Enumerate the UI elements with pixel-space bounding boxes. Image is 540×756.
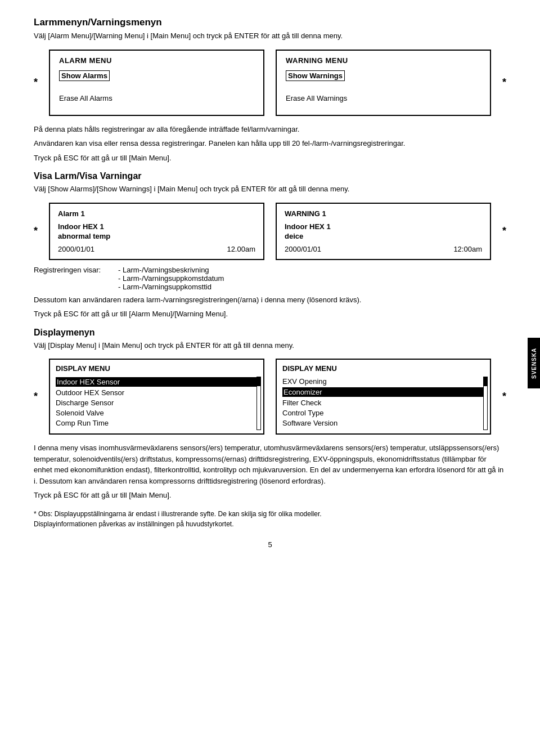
alarm-menu-box: ALARM MENU Show Alarms Erase All Alarms bbox=[49, 50, 264, 116]
warning1-date: 2000/01/01 bbox=[285, 245, 321, 253]
display-menu-row: * DISPLAY MENU Indoor HEX Sensor Outdoor… bbox=[34, 359, 506, 435]
para3: Tryck på ESC för att gå ur till [Main Me… bbox=[34, 153, 506, 164]
reg-item-3: - Larm-/Varningsuppkomsttid bbox=[118, 283, 224, 291]
section-para4-5: Dessutom kan användaren radera larm-/var… bbox=[34, 294, 506, 320]
warning1-detail: deice bbox=[285, 232, 482, 240]
para2: Användaren kan visa eller rensa dessa re… bbox=[34, 138, 506, 149]
asterisk-left-display: * bbox=[34, 391, 38, 402]
display-menu-right-box: DISPLAY MENU EXV Opening Economizer Filt… bbox=[276, 359, 491, 435]
display-menu-left-box: DISPLAY MENU Indoor HEX Sensor Outdoor H… bbox=[49, 359, 264, 435]
display-menu-right-title: DISPLAY MENU bbox=[282, 364, 484, 373]
warning-menu-erase: Erase All Warnings bbox=[286, 94, 481, 102]
registrering-row: Registreringen visar: - Larm-/Varningsbe… bbox=[34, 266, 506, 291]
alarm-menu-title: ALARM MENU bbox=[59, 56, 254, 65]
alarm1-device: Indoor HEX 1 bbox=[58, 222, 255, 231]
heading3-intro: Välj [Display Menu] i [Main Menu] och tr… bbox=[34, 340, 506, 351]
warning1-device: Indoor HEX 1 bbox=[285, 222, 482, 231]
alarm1-title: Alarm 1 bbox=[58, 209, 255, 218]
heading1-intro: Välj [Alarm Menu]/[Warning Menu] i [Main… bbox=[34, 30, 506, 42]
heading-larmmenyn: Larmmenyn/Varningsmenyn bbox=[34, 17, 506, 28]
heading2-intro: Välj [Show Alarms]/[Show Warnings] i [Ma… bbox=[34, 184, 506, 195]
warning-menu-title: WARNING MENU bbox=[286, 56, 481, 65]
display-menu-right-item2: Economizer bbox=[282, 387, 484, 397]
heading-visa-larm: Visa Larm/Visa Varningar bbox=[34, 171, 506, 181]
display-menu-right-item4: Control Type bbox=[282, 409, 484, 417]
para7: Tryck på ESC för att gå ur till [Main Me… bbox=[34, 490, 506, 501]
para5: Tryck på ESC för att gå ur till [Alarm M… bbox=[34, 308, 506, 320]
alarm-warning-display-row: * Alarm 1 Indoor HEX 1 abnormal temp 200… bbox=[34, 203, 506, 260]
asterisk-left-alarm: * bbox=[34, 77, 38, 88]
registrering-items: - Larm-/Varningsbeskrivning - Larm-/Varn… bbox=[118, 266, 224, 291]
display-menu-right-scrollbar bbox=[483, 377, 488, 430]
display-menu-right-scrollbar-thumb bbox=[484, 377, 487, 386]
alarm-warning-menu-row: * ALARM MENU Show Alarms Erase All Alarm… bbox=[34, 50, 506, 116]
display-menu-left-title: DISPLAY MENU bbox=[56, 364, 258, 373]
section-visa-larm: Visa Larm/Visa Varningar Välj [Show Alar… bbox=[34, 171, 506, 195]
alarm1-detail: abnormal temp bbox=[58, 232, 255, 240]
display-menu-right-item1: EXV Opening bbox=[282, 377, 484, 386]
alarm1-time: 12.00am bbox=[227, 245, 255, 253]
alarm-menu-show: Show Alarms bbox=[59, 70, 110, 81]
alarm1-box: Alarm 1 Indoor HEX 1 abnormal temp 2000/… bbox=[49, 203, 264, 260]
section-para1-3: På denna plats hålls registreringar av a… bbox=[34, 124, 506, 164]
obs-text: * Obs: Displayuppställningarna är endast… bbox=[34, 509, 506, 529]
section-displaymenyn: Displaymenyn Välj [Display Menu] i [Main… bbox=[34, 328, 506, 351]
warning1-box: WARNING 1 Indoor HEX 1 deice 2000/01/01 … bbox=[276, 203, 491, 260]
warning1-date-row: 2000/01/01 12:00am bbox=[285, 245, 482, 253]
page-number: 5 bbox=[34, 540, 506, 549]
asterisk-right-display: * bbox=[502, 391, 506, 402]
display-menu-left-item3: Discharge Sensor bbox=[56, 399, 258, 407]
reg-item-2: - Larm-/Varningsuppkomstdatum bbox=[118, 274, 224, 283]
display-menu-right-item3: Filter Check bbox=[282, 399, 484, 407]
alarm-menu-erase: Erase All Alarms bbox=[59, 94, 254, 102]
warning1-title: WARNING 1 bbox=[285, 209, 482, 218]
display-menu-left-scrollbar-thumb bbox=[257, 377, 260, 386]
para6: I denna meny visas inomhusvärmeväxlarens… bbox=[34, 442, 506, 486]
asterisk-right-alarmbox: * bbox=[502, 225, 506, 237]
warning-menu-box: WARNING MENU Show Warnings Erase All War… bbox=[276, 50, 491, 116]
heading-display: Displaymenyn bbox=[34, 328, 506, 338]
display-menu-left-item5: Comp Run Time bbox=[56, 419, 258, 427]
asterisk-right-alarm: * bbox=[502, 77, 506, 88]
para1: På denna plats hålls registreringar av a… bbox=[34, 124, 506, 135]
para4: Dessutom kan användaren radera larm-/var… bbox=[34, 294, 506, 306]
display-menu-left-item4: Solenoid Valve bbox=[56, 409, 258, 417]
asterisk-left-alarmbox: * bbox=[34, 225, 38, 237]
section-larmmenyn: Larmmenyn/Varningsmenyn Välj [Alarm Menu… bbox=[34, 17, 506, 42]
svenska-label: SVENSKA bbox=[528, 338, 540, 388]
display-menu-left-item2: Outdoor HEX Sensor bbox=[56, 388, 258, 397]
alarm1-date-row: 2000/01/01 12.00am bbox=[58, 245, 255, 253]
section-para6-7: I denna meny visas inomhusvärmeväxlarens… bbox=[34, 442, 506, 501]
alarm1-date: 2000/01/01 bbox=[58, 245, 94, 253]
warning1-time: 12:00am bbox=[453, 245, 482, 253]
display-menu-left-item1: Indoor HEX Sensor bbox=[56, 377, 258, 387]
display-menu-right-item5: Software Version bbox=[282, 419, 484, 427]
warning-menu-show: Show Warnings bbox=[286, 70, 345, 81]
display-menu-left-scrollbar bbox=[256, 377, 261, 430]
reg-item-1: - Larm-/Varningsbeskrivning bbox=[118, 266, 224, 274]
registrering-label: Registreringen visar: bbox=[34, 266, 118, 291]
